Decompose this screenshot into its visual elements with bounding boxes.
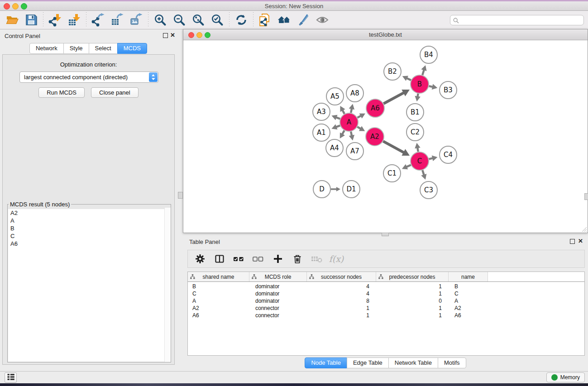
graph-node-A[interactable]: A bbox=[340, 113, 358, 131]
graph-edge-A-A8[interactable] bbox=[349, 104, 354, 113]
run-mcds-button[interactable]: Run MCDS bbox=[38, 87, 85, 98]
task-history-button[interactable] bbox=[5, 372, 17, 383]
graph-node-B2[interactable]: B2 bbox=[384, 63, 401, 80]
graph-node-A3[interactable]: A3 bbox=[313, 103, 330, 120]
table-tab-node-table[interactable]: Node Table bbox=[305, 357, 347, 368]
graph-edge-A2-C[interactable] bbox=[383, 141, 410, 156]
zoom-out-button[interactable] bbox=[170, 12, 189, 28]
deselect-all-columns-button[interactable] bbox=[250, 251, 267, 267]
graph-edge-C-C2[interactable] bbox=[415, 143, 420, 152]
network-canvas[interactable]: B4B2BB3A5A8A6A3B1AA1C2A2A4A7C4CC1C3DD1 bbox=[183, 40, 588, 233]
table-row[interactable]: Cdominator41C bbox=[188, 290, 584, 297]
graph-node-C[interactable]: C bbox=[411, 152, 429, 170]
graph-edge-A-A2[interactable] bbox=[357, 126, 365, 131]
graph-node-A8[interactable]: A8 bbox=[346, 85, 363, 102]
zoom-in-button[interactable] bbox=[151, 12, 170, 28]
graph-edge-A-A4[interactable] bbox=[340, 130, 345, 138]
graph-edge-A6-B[interactable] bbox=[383, 90, 410, 104]
delete-column-button[interactable] bbox=[289, 251, 306, 267]
graph-node-C2[interactable]: C2 bbox=[406, 124, 424, 141]
graph-node-A1[interactable]: A1 bbox=[313, 124, 330, 141]
graph-node-D[interactable]: D bbox=[313, 181, 330, 198]
import-table-button[interactable] bbox=[65, 12, 84, 28]
table-tab-motifs[interactable]: Motifs bbox=[438, 357, 466, 368]
resize-grip-icon[interactable] bbox=[581, 226, 587, 232]
column-header-successor-nodes[interactable]: successor nodes bbox=[307, 272, 376, 281]
graph-node-A5[interactable]: A5 bbox=[326, 88, 344, 105]
close-panel-icon[interactable]: ✕ bbox=[170, 32, 175, 39]
search-input[interactable] bbox=[450, 15, 584, 25]
tab-mcds[interactable]: MCDS bbox=[117, 43, 147, 54]
graph-edge-C-C3[interactable] bbox=[421, 170, 426, 180]
memory-button[interactable]: Memory bbox=[546, 372, 585, 382]
export-network-button[interactable] bbox=[89, 12, 108, 28]
graph-node-B1[interactable]: B1 bbox=[406, 104, 424, 121]
graph-edge-A-A6[interactable] bbox=[358, 114, 365, 119]
network-window-titlebar[interactable]: testGlobe.txt bbox=[183, 29, 588, 40]
mcds-list-scrollbar[interactable] bbox=[164, 208, 171, 362]
clone-network-button[interactable] bbox=[256, 12, 275, 28]
criterion-select[interactable]: largest connected component (directed) bbox=[19, 71, 158, 83]
graph-edge-B-B1[interactable] bbox=[415, 94, 420, 102]
graph-edge-D-D1[interactable] bbox=[331, 187, 340, 191]
tab-style[interactable]: Style bbox=[63, 43, 89, 54]
graph-node-B[interactable]: B bbox=[411, 75, 429, 93]
graph-node-A4[interactable]: A4 bbox=[326, 139, 343, 157]
open-session-button[interactable] bbox=[3, 12, 22, 28]
column-header-shared-name[interactable]: shared name bbox=[188, 272, 249, 281]
float-window-icon[interactable] bbox=[163, 33, 168, 38]
graph-edge-B-B2[interactable] bbox=[402, 76, 411, 81]
graph-node-A7[interactable]: A7 bbox=[346, 143, 363, 160]
table-row[interactable]: A2connector11A2 bbox=[188, 305, 584, 312]
column-header-name[interactable]: name bbox=[449, 272, 488, 281]
table-row[interactable]: A6connector11A6 bbox=[188, 312, 584, 319]
mcds-result-item[interactable]: A bbox=[8, 217, 170, 224]
import-network-button[interactable] bbox=[46, 12, 65, 28]
graph-node-C4[interactable]: C4 bbox=[440, 146, 457, 163]
column-header-mcds-role[interactable]: MCDS role bbox=[249, 272, 307, 281]
tab-select[interactable]: Select bbox=[89, 43, 118, 54]
table-tab-edge-table[interactable]: Edge Table bbox=[347, 357, 389, 368]
table-row[interactable]: Adominator80A bbox=[188, 297, 584, 305]
table-row[interactable]: Bdominator41B bbox=[188, 283, 584, 290]
mcds-result-item[interactable]: B bbox=[8, 224, 170, 232]
graph-node-D1[interactable]: D1 bbox=[343, 181, 360, 198]
right-split-handle[interactable] bbox=[584, 193, 588, 200]
table-float-window-icon[interactable] bbox=[570, 239, 575, 244]
save-session-button[interactable] bbox=[22, 12, 41, 28]
zoom-fit-button[interactable] bbox=[189, 12, 208, 28]
mcds-result-item[interactable]: C bbox=[8, 232, 170, 240]
refresh-button[interactable] bbox=[232, 12, 251, 28]
graph-edge-A-A5[interactable] bbox=[340, 106, 345, 114]
graph-edge-C-C4[interactable] bbox=[429, 156, 437, 161]
table-tab-network-table[interactable]: Network Table bbox=[388, 357, 438, 368]
home-button[interactable] bbox=[275, 12, 294, 28]
hide-annotations-button[interactable] bbox=[294, 12, 313, 28]
column-header-predecessor-nodes[interactable]: predecessor nodes bbox=[376, 272, 449, 281]
table-close-panel-icon[interactable]: ✕ bbox=[578, 238, 583, 245]
graph-node-B3[interactable]: B3 bbox=[440, 81, 457, 99]
settings-button[interactable] bbox=[192, 251, 208, 267]
graph-edge-B-B4[interactable] bbox=[421, 65, 426, 75]
add-column-button[interactable] bbox=[270, 251, 286, 267]
graph-node-C1[interactable]: C1 bbox=[383, 165, 401, 182]
graph-edge-A-A7[interactable] bbox=[349, 132, 354, 141]
close-panel-button[interactable]: Close panel bbox=[91, 87, 139, 98]
export-image-button[interactable] bbox=[127, 12, 146, 28]
zoom-selected-button[interactable] bbox=[208, 12, 227, 28]
export-table-button[interactable] bbox=[108, 12, 127, 28]
mcds-result-item[interactable]: A6 bbox=[8, 240, 170, 248]
graph-edge-A-A3[interactable] bbox=[331, 115, 340, 120]
graph-node-A2[interactable]: A2 bbox=[366, 128, 384, 146]
eye-button[interactable] bbox=[313, 12, 332, 28]
tab-network[interactable]: Network bbox=[29, 43, 64, 54]
mcds-result-item[interactable]: A2 bbox=[8, 209, 170, 217]
graph-edge-A-A1[interactable] bbox=[331, 124, 340, 130]
split-columns-button[interactable] bbox=[211, 251, 228, 267]
select-all-columns-button[interactable] bbox=[231, 251, 247, 267]
graph-node-C3[interactable]: C3 bbox=[420, 181, 437, 199]
graph-edge-B-B3[interactable] bbox=[429, 84, 438, 90]
vertical-split-handle[interactable] bbox=[178, 192, 183, 199]
graph-node-B4[interactable]: B4 bbox=[420, 46, 437, 63]
graph-node-A6[interactable]: A6 bbox=[366, 99, 384, 117]
